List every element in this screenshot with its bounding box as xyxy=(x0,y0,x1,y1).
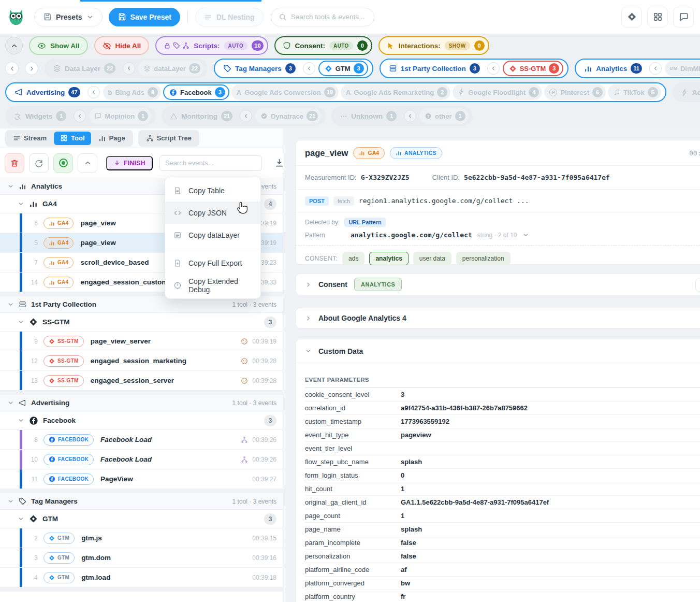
filter-group-ad-tech[interactable]: Ad Tech1 ADADve xyxy=(673,82,700,102)
gtm-panel-button[interactable] xyxy=(621,7,642,27)
group-collapse-icon[interactable] xyxy=(74,110,86,122)
event-row[interactable]: 3 GTM gtm.dom 00:39:16 xyxy=(0,548,283,568)
events-toolbar: FINISH xyxy=(0,148,283,178)
tab-tool[interactable]: Tool xyxy=(54,132,91,145)
menu-item-copy-datalayer[interactable]: Copy dataLayer xyxy=(165,224,260,246)
filter-gtm[interactable]: GTM3 xyxy=(318,61,368,76)
filter-group-tag-managers[interactable]: Tag Managers3 GTM3 xyxy=(214,59,373,78)
param-row: custom_timestamp1773963559192 xyxy=(305,415,700,428)
hide-all-button[interactable]: Hide All xyxy=(94,36,150,55)
tools-search-input[interactable] xyxy=(291,13,367,21)
tools-search[interactable] xyxy=(271,8,374,26)
tool-row-facebook[interactable]: Facebook 3 xyxy=(0,411,283,430)
custom-data-header[interactable]: Custom Data xyxy=(296,339,700,363)
tag-icon xyxy=(223,64,231,73)
interactions-filter-button[interactable]: Interactions: SHOW 0 xyxy=(378,36,489,55)
filter-tiktok[interactable]: TikTok5 xyxy=(608,84,661,100)
tool-row-gtm[interactable]: GTM 3 xyxy=(0,510,283,528)
about-section-card[interactable]: About Google Analytics 4 xyxy=(295,308,700,328)
tab-script-tree[interactable]: Script Tree xyxy=(140,132,198,145)
group-header-advertising[interactable]: Advertising 1 tool · 3 events xyxy=(0,395,283,411)
tab-page[interactable]: Page xyxy=(92,132,132,145)
chevron-down-icon xyxy=(18,515,24,522)
group-meta: 1 tool · 3 events xyxy=(232,301,276,308)
filter-facebook[interactable]: Facebook3 xyxy=(163,84,229,100)
dl-nesting-button[interactable]: DL Nesting xyxy=(195,8,264,26)
group-collapse-icon[interactable] xyxy=(88,86,100,98)
owl-logo xyxy=(6,7,26,27)
scroll-left-button[interactable] xyxy=(5,62,19,75)
menu-item-copy-full-export[interactable]: Copy Full Export xyxy=(165,252,260,274)
event-row[interactable]: 12 SS-GTM engaged_session_marketing 00:3… xyxy=(0,351,283,371)
event-name: engaged_session_custom xyxy=(80,278,168,286)
filter-group-analytics[interactable]: Analytics11 DMDimML7 GA44 xyxy=(575,59,700,78)
other-label: other xyxy=(435,112,452,120)
filter-google-floodlight[interactable]: Google Floodlight4 xyxy=(453,84,542,100)
event-row[interactable]: 11 FACEBOOK PageView 00:39:27 xyxy=(0,469,283,489)
tab-stream[interactable]: Stream xyxy=(7,132,53,145)
google-ads-conversion-count: 19 xyxy=(324,87,336,97)
chevron-down-icon[interactable] xyxy=(522,232,529,238)
group-collapse-icon[interactable] xyxy=(487,62,500,75)
group-collapse-icon[interactable] xyxy=(404,110,416,122)
filter-dynatrace[interactable]: Dynatrace21 xyxy=(255,108,321,124)
filter-bing-ads[interactable]: bBing Ads8 xyxy=(103,84,162,100)
feedback-button[interactable] xyxy=(673,7,694,27)
finish-button[interactable]: FINISH xyxy=(106,156,153,170)
filter-dimml[interactable]: DMDimML7 xyxy=(665,61,700,76)
events-search-input[interactable] xyxy=(159,155,262,171)
filter-group-data-layer[interactable]: Data Layer22 dataLayer22 xyxy=(45,59,208,78)
filter-group-first-party[interactable]: 1st Party Collection3 SS-GTM3 xyxy=(380,59,569,78)
filter-other[interactable]: other1 xyxy=(419,108,469,124)
gtm-label: GTM xyxy=(336,65,351,73)
event-time: 00:39:15 xyxy=(252,535,276,542)
event-number: 12 xyxy=(22,357,38,365)
scroll-right-button[interactable] xyxy=(25,62,38,75)
ga4-bars-icon xyxy=(49,279,55,285)
filter-group-widgets[interactable]: Widgets1 Mopinion1 xyxy=(5,106,155,126)
consent-section-card[interactable]: Consent ANALYTICS xyxy=(295,274,700,295)
event-number: 13 xyxy=(22,377,38,384)
group-label: Advertising xyxy=(31,399,69,407)
menu-item-copy-table[interactable]: Copy Table xyxy=(165,179,260,202)
clipped-action-button[interactable] xyxy=(695,278,700,292)
filter-group-advertising[interactable]: Advertising47 bBing Ads8 Facebook3 AGoog… xyxy=(5,82,666,102)
first-party-label: 1st Party Collection xyxy=(401,65,466,73)
param-row: platform_convergedbw xyxy=(305,577,700,590)
event-row[interactable]: 2 GTM gtm.js 00:39:15 xyxy=(0,528,283,548)
filter-mopinion[interactable]: Mopinion1 xyxy=(89,108,151,124)
collapse-filters-button[interactable] xyxy=(5,37,23,54)
mopinion-label: Mopinion xyxy=(105,112,135,120)
refresh-button[interactable] xyxy=(29,153,49,173)
filter-google-ads-remarketing[interactable]: AGoogle Ads Remarketing2 xyxy=(341,84,450,100)
group-collapse-icon[interactable] xyxy=(240,110,252,122)
filter-datalayer[interactable]: dataLayer22 xyxy=(138,61,203,76)
save-preset-button[interactable]: Save Preset xyxy=(109,8,180,26)
event-number: 7 xyxy=(22,259,38,266)
group-collapse-icon[interactable] xyxy=(649,62,662,75)
apps-grid-button[interactable] xyxy=(647,7,668,27)
event-row[interactable]: 8 FACEBOOK Facebook Load 00:39:26 xyxy=(0,430,283,450)
presets-button[interactable]: Presets xyxy=(34,8,103,26)
filter-pinterest[interactable]: PPinterest6 xyxy=(544,84,606,100)
event-row[interactable]: 9 SS-GTM page_view_server 00:39:19 xyxy=(0,332,283,351)
show-all-button[interactable]: Show All xyxy=(29,36,88,55)
group-collapse-icon[interactable] xyxy=(123,62,135,75)
filter-group-unknown[interactable]: Unknown1 other1 xyxy=(331,106,472,126)
filter-google-ads-conversion[interactable]: AGoogle Ads Conversion19 xyxy=(231,84,339,100)
consent-filter-button[interactable]: Consent: AUTO 0 xyxy=(274,36,372,55)
record-button[interactable] xyxy=(53,153,73,173)
menu-item-copy-extended-debug[interactable]: Copy Extended Debug xyxy=(165,274,260,296)
event-row[interactable]: 4 GTM gtm.load 00:39:18 xyxy=(0,568,283,587)
group-collapse-icon[interactable] xyxy=(303,62,315,75)
collapse-all-button[interactable] xyxy=(78,153,97,173)
group-header-tag-managers[interactable]: Tag Managers 1 tool · 3 events xyxy=(0,493,283,510)
filter-group-monitoring[interactable]: Monitoring21 Dynatrace21 xyxy=(162,106,325,126)
filter-ss-gtm[interactable]: SS-GTM3 xyxy=(503,61,564,76)
event-row[interactable]: 10 FACEBOOK Facebook Load 00:39:26 xyxy=(0,450,283,469)
tool-row-ss-gtm[interactable]: SS-GTM 3 xyxy=(0,313,283,332)
clear-events-button[interactable] xyxy=(5,153,24,173)
ga4-bars-icon xyxy=(49,260,55,266)
scripts-filter-button[interactable]: Scripts: AUTO 10 xyxy=(155,36,268,55)
event-row[interactable]: 13 SS-GTM engaged_session_server 00:39:2… xyxy=(0,371,283,391)
